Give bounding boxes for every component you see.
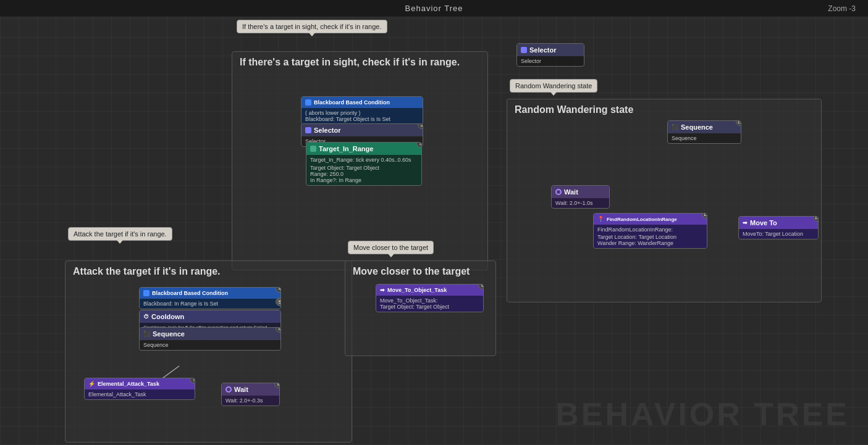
move-to-wander-sub: MoveTo: Target Location <box>743 231 803 237</box>
move-to-wander-label: Move To <box>750 219 777 227</box>
target-range-node[interactable]: 3 Target_In_Range Target_In_Range: tick … <box>306 142 422 186</box>
section-attack-title: Attack the target if it's in range. <box>65 261 352 282</box>
wait-wander-label: Wait <box>564 188 578 196</box>
move-to-wander-node[interactable]: 13 ➡ Move To MoveTo: Target Location <box>738 216 819 239</box>
wait-attack-sub: Wait: 2.0+-0.3s <box>225 397 263 404</box>
wait-wander-sub: Wait: 2.0+-1.0s <box>555 200 592 206</box>
move-to-object-node[interactable]: 9 ➡ Move_To_Object_Task Move_To_Object_T… <box>376 284 484 312</box>
bb-attack-label: Blackboard Based Condition <box>152 290 228 296</box>
tooltip-range-check: If there's a target in sight, check if i… <box>237 20 387 33</box>
selector-mid-label: Selector <box>314 127 340 134</box>
seq-wander-label: Sequence <box>681 123 713 131</box>
seq-attack-label: Sequence <box>153 330 185 338</box>
target-range-label: Target_In_Range <box>319 145 373 152</box>
find-random-icon: 📍 <box>597 216 604 222</box>
root-selector-sub: Selector <box>521 58 541 64</box>
app-title: Behavior Tree <box>405 4 463 13</box>
root-selector-node[interactable]: Selector Selector <box>516 43 584 67</box>
sequence-attack-node[interactable]: 6 ⬛ Sequence Sequence <box>139 327 281 351</box>
bb-condition-attack-node[interactable]: 4 Blackboard Based Condition Blackboard:… <box>139 287 281 309</box>
bb-icon-top <box>305 99 311 106</box>
cooldown-icon: ⏱ <box>143 314 149 320</box>
bb-attack-icon <box>143 290 150 296</box>
root-selector-label: Selector <box>529 46 556 54</box>
find-random-node[interactable]: 12 📍 FindRandomLocationInRange FindRando… <box>593 213 707 249</box>
move-to-wander-icon: ➡ <box>743 220 748 226</box>
sequence-wander-node[interactable]: 11 ⬛ Sequence Sequence <box>667 120 741 144</box>
section-move-title: Move closer to the target <box>345 261 495 282</box>
section-wander-title: Random Wandering state <box>507 99 821 120</box>
title-bar: Behavior Tree Zoom -3 <box>0 0 868 17</box>
cooldown-label: Cooldown <box>151 313 184 320</box>
bb-condition-top-node[interactable]: Blackboard Based Condition ( aborts lowe… <box>301 96 423 125</box>
tooltip-attack-range: Attack the target if it's in range. <box>68 227 172 241</box>
seq-wander-sub: Sequence <box>672 135 697 141</box>
target-icon <box>310 146 316 152</box>
tooltip-random-wandering: Random Wandering state <box>510 79 597 93</box>
seq-icon: ⬛ <box>672 124 678 130</box>
wait-wander-node[interactable]: Wait Wait: 2.0+-1.0s <box>551 185 610 209</box>
wait-attack-label: Wait <box>234 386 248 393</box>
seq-attack-icon: ⬛ <box>143 331 150 337</box>
wait-attack-icon <box>225 386 232 393</box>
elemental-sub: Elemental_Attack_Task <box>88 391 146 397</box>
tooltip-move-closer: Move closer to the target <box>348 241 434 254</box>
wait-attack-node[interactable]: 8 Wait Wait: 2.0+-0.3s <box>221 383 280 406</box>
elemental-label: Elemental_Attack_Task <box>98 381 159 387</box>
bb-top-label: Blackboard Based Condition <box>314 99 390 106</box>
move-obj-label: Move_To_Object_Task <box>387 287 447 293</box>
seq-attack-sub: Sequence <box>143 342 169 348</box>
wait-wander-icon <box>555 189 562 195</box>
selector-icon <box>521 47 527 53</box>
elemental-attack-node[interactable]: 7 ⚡ Elemental_Attack_Task Elemental_Atta… <box>84 378 195 400</box>
elemental-icon: ⚡ <box>88 381 95 387</box>
find-random-label: FindRandomLocationInRange <box>607 217 677 222</box>
move-obj-icon: ➡ <box>380 287 385 293</box>
selector-mid-icon <box>305 127 311 133</box>
section-range-title: If there's a target in sight, check if i… <box>232 52 487 73</box>
zoom-level: Zoom -3 <box>828 4 856 13</box>
bb-attack-badge2: 5 <box>276 297 281 306</box>
